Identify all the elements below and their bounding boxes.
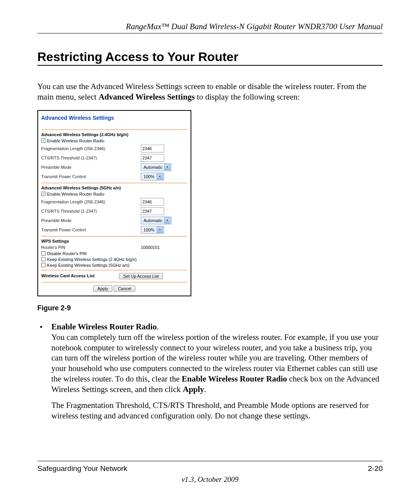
frag-input-24g[interactable] (141, 145, 164, 152)
preamble-select-5g-value: Automatic (142, 218, 164, 223)
router-settings-screenshot: Advanced Wireless Settings Advanced Wire… (37, 110, 191, 296)
intro-post: to display the following screen: (195, 92, 300, 102)
body-list: Enable Wireless Router Radio. You can co… (37, 322, 383, 421)
preamble-select-24g-value: Automatic (142, 165, 164, 170)
divider (41, 236, 187, 236)
tx-select-5g[interactable]: 100% ▾ (141, 226, 164, 234)
page-number: 2-20 (368, 464, 383, 473)
frag-label-5g: Fragmentation Length (256-2346) (41, 200, 138, 204)
cts-label-24g: CTS/RTS Threshold (1-2347) (41, 156, 138, 160)
footer-center: v1.3, October 2009 (37, 475, 383, 484)
chevron-down-icon: ▾ (164, 217, 170, 224)
enable-radio-5g-checkbox[interactable] (41, 192, 46, 196)
wps-title: WPS Settings (41, 239, 187, 243)
cts-input-5g[interactable] (141, 207, 164, 215)
footer-rule (37, 461, 383, 461)
footer: Safeguarding Your Network 2-20 v1.3, Oct… (37, 461, 383, 484)
cts-label-5g: CTS/RTS Threshold (1-2347) (41, 209, 138, 214)
chevron-down-icon: ▾ (157, 227, 163, 233)
preamble-label-24g: Preamble Mode (41, 165, 138, 170)
enable-radio-24g-label: Enable Wireless Router Radio (47, 138, 104, 143)
sshot-title: Advanced Wireless Settings (41, 115, 187, 121)
disable-pin-label: Disable Router's PIN (47, 251, 87, 256)
figure-label: Figure 2-9 (37, 304, 383, 312)
tx-label-24g: Transmit Power Control (41, 174, 138, 179)
tx-select-24g-value: 100% (142, 174, 156, 179)
apply-button[interactable]: Apply (93, 285, 113, 292)
bullet-p1-bold2: Apply (183, 385, 204, 394)
acl-label: Wireless Card Access List (41, 273, 94, 278)
footer-left: Safeguarding Your Network (37, 464, 127, 473)
frag-input-5g[interactable] (141, 198, 164, 206)
divider (41, 282, 187, 282)
enable-radio-24g-row: Enable Wireless Router Radio (41, 138, 187, 143)
cts-input-24g[interactable] (141, 154, 164, 162)
tx-select-5g-value: 100% (142, 228, 156, 232)
group-title-5g: Advanced Wireless Settings (5GHz a/n) (41, 186, 187, 190)
bullet-head: Enable Wireless Router Radio (51, 322, 157, 331)
keep-24g-label: Keep Existing Wireless Settings (2.4GHz … (47, 257, 136, 262)
section-title: Restricting Access to Your Router (37, 50, 383, 66)
tx-select-24g[interactable]: 100% ▾ (141, 173, 164, 180)
button-row: Apply Cancel (41, 285, 187, 292)
group-title-24g: Advanced Wireless Settings (2.4GHz b/g/n… (41, 132, 187, 137)
keep-5g-label: Keep Existing Wireless Settings (5GHz a/… (47, 263, 130, 268)
bullet-p1-bold1: Enable Wireless Router Radio (182, 374, 287, 383)
intro-bold: Advanced Wireless Settings (98, 92, 194, 102)
page: RangeMax™ Dual Band Wireless-N Gigabit R… (0, 0, 420, 504)
keep-24g-checkbox[interactable] (41, 257, 46, 261)
divider (41, 270, 187, 270)
enable-radio-5g-label: Enable Wireless Router Radio (47, 192, 104, 196)
enable-radio-5g-row: Enable Wireless Router Radio (41, 192, 187, 196)
bullet-p1-end: . (204, 385, 206, 394)
doc-header: RangeMax™ Dual Band Wireless-N Gigabit R… (37, 22, 383, 33)
list-item: Enable Wireless Router Radio. You can co… (37, 322, 383, 421)
preamble-label-5g: Preamble Mode (41, 218, 138, 223)
cancel-button[interactable]: Cancel (114, 285, 135, 292)
router-pin-label: Router's PIN (41, 245, 138, 250)
bullet-p2: The Fragmentation Threshold, CTS/RTS Thr… (51, 400, 383, 421)
disable-pin-checkbox[interactable] (41, 251, 46, 256)
divider (41, 183, 187, 183)
frag-label-24g: Fragmentation Length (256-2346) (41, 146, 138, 151)
enable-radio-24g-checkbox[interactable] (41, 138, 46, 143)
intro-paragraph: You can use the Advanced Wireless Settin… (37, 81, 383, 102)
router-pin-value: 10000151 (141, 245, 160, 250)
preamble-select-24g[interactable]: Automatic ▾ (141, 163, 172, 171)
divider (41, 130, 187, 130)
setup-access-list-button[interactable]: Set Up Access List (119, 273, 163, 279)
chevron-down-icon: ▾ (164, 164, 170, 170)
preamble-select-5g[interactable]: Automatic ▾ (141, 217, 172, 224)
keep-5g-checkbox[interactable] (41, 263, 46, 267)
chevron-down-icon: ▾ (157, 173, 163, 180)
tx-label-5g: Transmit Power Control (41, 228, 138, 232)
